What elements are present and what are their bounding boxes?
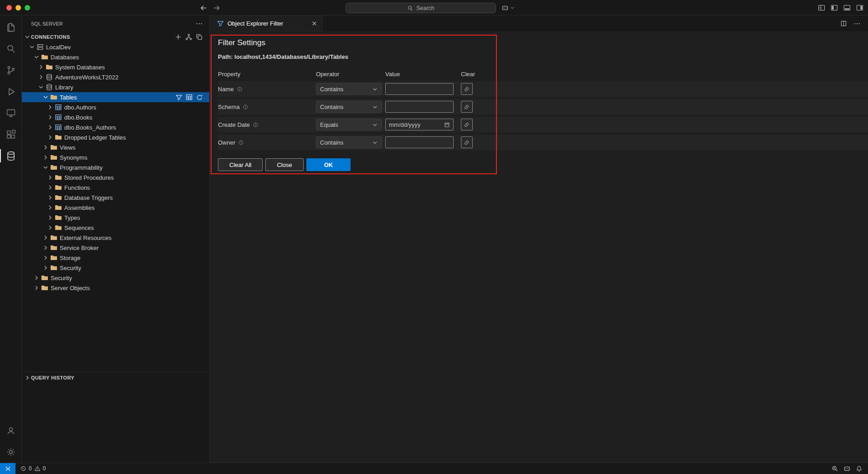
zoom-icon[interactable] (832, 465, 838, 472)
tree-item[interactable]: dbo.Books (22, 112, 209, 122)
maximize-window-button[interactable] (25, 5, 30, 10)
value-text-input[interactable] (385, 136, 454, 148)
chevron-right-icon[interactable] (46, 134, 54, 141)
tree-item[interactable]: Service Broker (22, 243, 209, 253)
chevron-down-icon[interactable] (37, 83, 45, 91)
chevron-down-icon[interactable] (24, 33, 31, 41)
tree-item[interactable]: Sequences (22, 223, 209, 233)
calendar-icon[interactable] (444, 122, 450, 128)
tree-item[interactable]: Stored Procedures (22, 172, 209, 182)
chevron-right-icon[interactable] (33, 274, 40, 281)
tree-item[interactable]: Dropped Ledger Tables (22, 132, 209, 142)
copilot-status-icon[interactable] (843, 465, 851, 472)
close-tab-icon[interactable] (311, 20, 318, 27)
remote-indicator[interactable] (0, 463, 16, 474)
tree-item[interactable]: Storage (22, 253, 209, 263)
chevron-right-icon[interactable] (46, 214, 54, 221)
query-history-section[interactable]: QUERY HISTORY (22, 372, 209, 383)
copilot-menu[interactable] (501, 2, 515, 13)
tree-item[interactable]: Assemblies (22, 203, 209, 213)
chevron-down-icon[interactable] (42, 164, 49, 171)
chevron-right-icon[interactable] (42, 264, 49, 271)
tree-item[interactable]: Types (22, 213, 209, 223)
chevron-right-icon[interactable] (33, 284, 40, 292)
clear-filter-button[interactable] (461, 101, 473, 113)
command-center-search[interactable]: Search (346, 3, 496, 13)
operator-select[interactable]: Contains (316, 101, 382, 113)
operator-select[interactable]: Contains (316, 136, 382, 148)
chevron-right-icon[interactable] (46, 104, 54, 111)
value-text-input[interactable] (385, 83, 454, 95)
chevron-down-icon[interactable] (33, 53, 40, 61)
chevron-right-icon[interactable] (46, 224, 54, 231)
tree-item[interactable]: Programmability (22, 162, 209, 172)
tree-item[interactable]: External Resources (22, 233, 209, 243)
clear-filter-button[interactable] (461, 136, 473, 148)
chevron-right-icon[interactable] (46, 124, 54, 131)
activitybar-item-remote-explorer[interactable] (0, 102, 21, 124)
clear-filter-button[interactable] (461, 83, 473, 95)
chevron-right-icon[interactable] (42, 154, 49, 161)
value-text-input[interactable] (385, 101, 454, 113)
tree-item[interactable]: Server Objects (22, 283, 209, 293)
toggle-secondary-sidebar-icon[interactable] (856, 4, 863, 11)
customize-layout-icon[interactable] (818, 4, 825, 11)
minimize-window-button[interactable] (16, 5, 21, 10)
chevron-right-icon[interactable] (42, 144, 49, 151)
notifications-bell-icon[interactable] (856, 465, 863, 472)
chevron-down-icon[interactable] (42, 94, 49, 101)
tree-item[interactable]: Tables (22, 92, 209, 102)
value-date-input[interactable]: mm/dd/yyyy (385, 119, 454, 130)
activitybar-item-source-control[interactable] (0, 59, 21, 81)
tree-item[interactable]: Security (22, 263, 209, 273)
tree-item[interactable]: dbo.Authors (22, 102, 209, 112)
chevron-right-icon[interactable] (46, 194, 54, 201)
activitybar-item-search[interactable] (0, 38, 21, 59)
close-window-button[interactable] (6, 5, 12, 10)
copy-icon[interactable] (196, 33, 203, 41)
activitybar-item-extensions[interactable] (0, 124, 21, 145)
split-editor-icon[interactable] (840, 20, 847, 27)
connection-group-icon[interactable] (185, 33, 192, 41)
close-button[interactable]: Close (265, 158, 303, 171)
activitybar-item-run-debug[interactable] (0, 81, 21, 102)
add-icon[interactable] (175, 33, 182, 41)
tree-item[interactable]: Databases (22, 52, 209, 62)
activitybar-item-settings[interactable] (0, 441, 21, 463)
tree-item[interactable]: System Databases (22, 62, 209, 72)
activitybar-item-account[interactable] (0, 420, 21, 441)
chevron-right-icon[interactable] (46, 184, 54, 191)
refresh-icon[interactable] (196, 94, 203, 101)
tree-item[interactable]: AdventureWorksLT2022 (22, 72, 209, 82)
tree-item[interactable]: Database Triggers (22, 193, 209, 203)
tree-item[interactable]: Library (22, 82, 209, 92)
activitybar-item-explorer[interactable] (0, 16, 21, 38)
tree-item[interactable]: Synonyms (22, 152, 209, 162)
tab-object-explorer-filter[interactable]: Object Explorer Filter (210, 16, 323, 31)
chevron-right-icon[interactable] (42, 234, 49, 241)
sidebar-more-actions-icon[interactable] (196, 20, 203, 27)
chevron-right-icon[interactable] (42, 254, 49, 261)
more-actions-icon[interactable] (853, 20, 861, 27)
tree-item[interactable]: Functions (22, 182, 209, 193)
problems-status[interactable]: 0 0 (16, 463, 50, 474)
operator-select[interactable]: Contains (316, 83, 382, 95)
chevron-right-icon[interactable] (46, 114, 54, 121)
tree-item[interactable]: dbo.Books_Authors (22, 122, 209, 132)
tree-item[interactable]: LocalDev (22, 42, 209, 52)
ok-button[interactable]: OK (306, 158, 351, 171)
back-button[interactable] (200, 4, 207, 12)
chevron-right-icon[interactable] (46, 174, 54, 181)
connections-section-header[interactable]: CONNECTIONS (22, 32, 209, 42)
chevron-right-icon[interactable] (37, 63, 45, 71)
chevron-right-icon[interactable] (37, 73, 45, 81)
clear-all-button[interactable]: Clear All (218, 158, 263, 171)
chevron-down-icon[interactable] (28, 43, 36, 51)
table-icon[interactable] (186, 94, 193, 101)
chevron-right-icon[interactable] (46, 204, 54, 211)
filter-icon[interactable] (176, 94, 182, 101)
forward-button[interactable] (213, 4, 221, 12)
tree-item[interactable]: Views (22, 142, 209, 152)
chevron-right-icon[interactable] (42, 244, 49, 251)
toggle-panel-icon[interactable] (843, 4, 851, 11)
